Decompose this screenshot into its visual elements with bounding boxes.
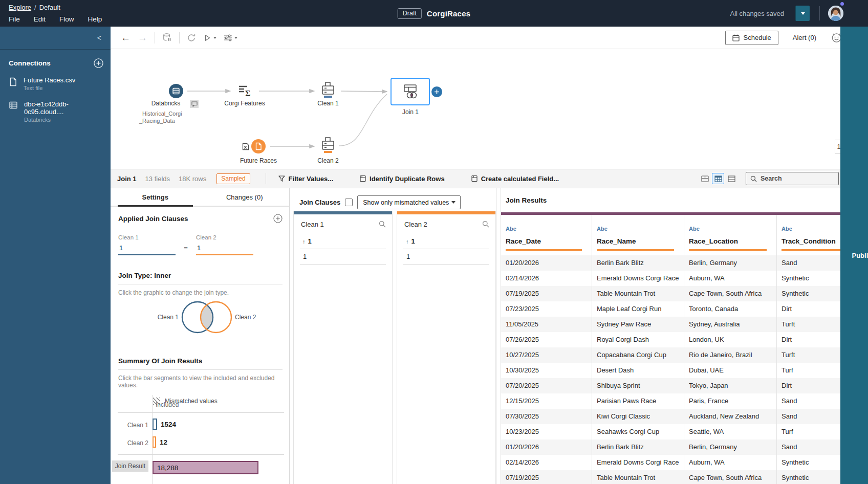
clause-value[interactable]: 1 xyxy=(403,249,489,265)
search-icon[interactable] xyxy=(379,221,386,228)
table-row[interactable]: 12/15/2025Parisian Paws RaceParis, Franc… xyxy=(501,393,868,409)
table-cell[interactable]: 10/27/2025 xyxy=(501,347,592,363)
schedule-button[interactable]: Schedule xyxy=(725,31,778,45)
table-cell[interactable]: Auburn, WA xyxy=(684,271,776,286)
comment-bubble-icon[interactable] xyxy=(190,100,199,108)
table-cell[interactable]: 10/23/2025 xyxy=(501,424,592,439)
add-join-clause-button[interactable] xyxy=(273,214,283,223)
bar-join-result[interactable]: 18,288 xyxy=(153,461,258,474)
publish-dropdown-button[interactable] xyxy=(795,6,810,21)
table-cell[interactable]: Seahawks Corgi Cup xyxy=(592,424,684,439)
clause-field-header[interactable]: ↑ 1 xyxy=(403,234,489,249)
menu-flow[interactable]: Flow xyxy=(59,15,74,23)
table-cell[interactable]: Tokyo, Japan xyxy=(684,378,776,393)
breadcrumb-explore-link[interactable]: Explore xyxy=(9,4,31,11)
clause-operator[interactable]: = xyxy=(176,240,196,255)
table-cell[interactable]: 10/30/2025 xyxy=(501,363,592,378)
flow-canvas[interactable]: Databricks Historical_Corgi _Racing_Data… xyxy=(111,49,868,169)
table-cell[interactable]: 07/19/2025 xyxy=(501,286,592,301)
table-cell[interactable]: Cape Town, South Africa xyxy=(684,470,776,484)
table-row[interactable]: 11/05/2025Sydney Paw RaceSydney, Austral… xyxy=(501,317,868,332)
clause-value[interactable]: 1 xyxy=(300,249,386,265)
table-cell[interactable]: Parisian Paws Race xyxy=(592,393,684,409)
table-row[interactable]: 07/19/2025Table Mountain TrotCape Town, … xyxy=(501,286,868,301)
table-cell[interactable]: 07/20/2025 xyxy=(501,378,592,393)
table-row[interactable]: 01/20/2026Berlin Bark BlitzBerlin, Germa… xyxy=(501,439,868,455)
table-cell[interactable]: Berlin, Germany xyxy=(684,255,776,271)
table-row[interactable]: 07/20/2025Shibuya SprintTokyo, JapanDirt xyxy=(501,378,868,393)
search-input[interactable] xyxy=(761,175,827,182)
table-cell[interactable]: Berlin, Germany xyxy=(684,439,776,455)
node-clean1[interactable] xyxy=(320,82,336,99)
join-type-venn[interactable]: Clean 1 Clean 2 xyxy=(118,294,283,343)
table-row[interactable]: 07/30/2025Kiwi Corgi ClassicAuckland, Ne… xyxy=(501,409,868,424)
clause-right-field[interactable]: 1 xyxy=(196,240,253,255)
column-header[interactable]: AbcRace_Date xyxy=(501,215,592,255)
connection-item[interactable]: dbc-e1c42ddb-0c95.cloud....Databricks xyxy=(0,96,111,127)
list-view-button[interactable] xyxy=(725,173,737,184)
flow-settings-button[interactable] xyxy=(224,34,237,41)
table-cell[interactable]: 07/26/2025 xyxy=(501,332,592,347)
menu-help[interactable]: Help xyxy=(88,15,102,23)
table-cell[interactable]: Kiwi Corgi Classic xyxy=(592,409,684,424)
table-row[interactable]: 10/30/2025Desert DashDubai, UAETurf xyxy=(501,363,868,378)
table-cell[interactable]: 01/20/2026 xyxy=(501,439,592,455)
run-flow-button[interactable] xyxy=(203,34,216,42)
menu-edit[interactable]: Edit xyxy=(34,15,46,23)
redo-button[interactable]: → xyxy=(138,33,147,42)
table-row[interactable]: 10/27/2025Copacabana Corgi CupRio de Jan… xyxy=(501,347,868,363)
refresh-button[interactable] xyxy=(187,33,196,42)
table-cell[interactable]: 01/20/2026 xyxy=(501,255,592,271)
table-cell[interactable]: Royal Corgi Dash xyxy=(592,332,684,347)
mismatched-filter-dropdown[interactable]: Show only mismatched values xyxy=(357,195,461,209)
undo-button[interactable]: ← xyxy=(121,33,131,42)
table-row[interactable]: 01/20/2026Berlin Bark BlitzBerlin, Germa… xyxy=(501,255,868,271)
table-cell[interactable]: Table Mountain Trot xyxy=(592,286,684,301)
mismatched-only-checkbox[interactable] xyxy=(345,199,353,206)
identify-duplicates-button[interactable]: Identify Duplicate Rows xyxy=(360,175,445,183)
table-cell[interactable]: Emerald Downs Corgi Race xyxy=(592,271,684,286)
table-cell[interactable]: Shibuya Sprint xyxy=(592,378,684,393)
node-join1-selected[interactable] xyxy=(390,78,430,105)
create-calculated-field-button[interactable]: Create calculated Field... xyxy=(471,175,559,183)
menu-file[interactable]: File xyxy=(9,15,20,23)
table-cell[interactable]: 07/23/2025 xyxy=(501,301,592,317)
table-row[interactable]: 07/23/2025Maple Leaf Corgi RunToronto, C… xyxy=(501,301,868,317)
column-header[interactable]: AbcRace_Location xyxy=(684,215,776,255)
table-cell[interactable]: Sydney Paw Race xyxy=(592,317,684,332)
filter-values-button[interactable]: Filter Values... xyxy=(278,175,333,183)
table-cell[interactable]: Seattle, WA xyxy=(684,424,776,439)
connection-item[interactable]: Future Races.csvText file xyxy=(0,72,111,96)
table-cell[interactable]: Dubai, UAE xyxy=(684,363,776,378)
add-connection-button[interactable] xyxy=(94,58,103,68)
table-cell[interactable]: Cape Town, South Africa xyxy=(684,286,776,301)
table-row[interactable]: 02/14/2026Emerald Downs Corgi RaceAuburn… xyxy=(501,455,868,470)
table-cell[interactable]: London, UK xyxy=(684,332,776,347)
table-cell[interactable]: 11/05/2025 xyxy=(501,317,592,332)
table-cell[interactable]: Auburn, WA xyxy=(684,455,776,470)
table-cell[interactable]: Berlin Bark Blitz xyxy=(592,255,684,271)
node-corgi-features[interactable]: Σ xyxy=(237,84,252,98)
table-cell[interactable]: 02/14/2026 xyxy=(501,455,592,470)
pause-data-updates-button[interactable] xyxy=(162,33,172,42)
node-label-clean1[interactable]: Clean 1 xyxy=(292,100,364,107)
node-future-races[interactable] xyxy=(251,139,266,153)
add-step-button[interactable] xyxy=(431,86,442,97)
tab-changes[interactable]: Changes (0) xyxy=(200,188,290,206)
node-label-future-races[interactable]: Future Races xyxy=(223,157,294,164)
sidebar-collapse-button[interactable]: < xyxy=(94,33,104,43)
node-clean2[interactable] xyxy=(320,137,336,155)
column-header[interactable]: AbcRace_Name xyxy=(592,215,684,255)
node-databricks[interactable] xyxy=(169,84,183,98)
clause-field-header[interactable]: ↑ 1 xyxy=(300,234,386,249)
node-label-join1[interactable]: Join 1 xyxy=(375,108,446,116)
table-cell[interactable]: Sydney, Australia xyxy=(684,317,776,332)
avatar[interactable] xyxy=(828,6,843,21)
table-cell[interactable]: Berlin Bark Blitz xyxy=(592,439,684,455)
table-cell[interactable]: Desert Dash xyxy=(592,363,684,378)
cards-view-button[interactable] xyxy=(699,173,711,184)
clause-left-field[interactable]: 1 xyxy=(118,240,176,255)
node-label-clean2[interactable]: Clean 2 xyxy=(292,157,364,164)
table-cell[interactable]: Paris, France xyxy=(684,393,776,409)
table-cell[interactable]: Copacabana Corgi Cup xyxy=(592,347,684,363)
